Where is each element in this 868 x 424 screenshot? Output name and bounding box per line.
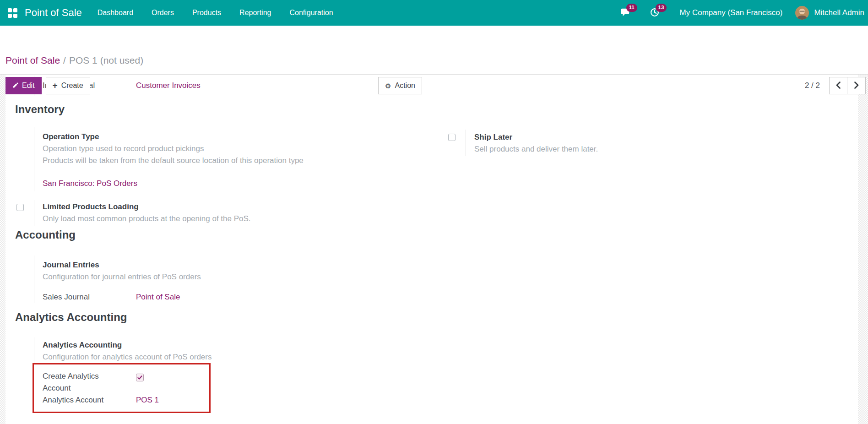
setting-title: Ship Later: [474, 131, 598, 143]
messages-button[interactable]: 11: [620, 7, 631, 18]
checkbox-cell: [437, 130, 466, 156]
field-label: Sales Journal: [43, 291, 136, 303]
ship-later-checkbox[interactable]: [448, 134, 456, 141]
setting-title: Journal Entries: [43, 259, 858, 271]
field-sales-journal: Sales Journal Point of Sale: [43, 291, 858, 303]
create-analytics-account-checkbox[interactable]: [136, 374, 144, 381]
field-analytics-account: Analytics Account POS 1: [43, 394, 209, 406]
chat-bubble-icon: [620, 11, 630, 19]
messages-badge: 11: [626, 4, 637, 12]
setting-pane: Ship Later Sell products and deliver the…: [466, 130, 598, 156]
apps-menu-button[interactable]: [0, 0, 25, 26]
setting-box-limited-products: Limited Products Loading Only load most …: [5, 200, 858, 226]
field-create-analytics-account: Create Analytics Account: [43, 370, 209, 394]
content-area: Invoice Journal Customer Invoices Invent…: [0, 75, 868, 424]
sales-journal-link[interactable]: Point of Sale: [136, 293, 180, 301]
pager-next-button[interactable]: [847, 77, 865, 94]
create-button[interactable]: + Create: [46, 77, 90, 94]
systray: 11 13 My Company (San Francisco) Mitchel…: [620, 6, 864, 20]
setting-box-analytics: Analytics Accounting Configuration for a…: [34, 337, 858, 363]
setting-box-journal-entries: Journal Entries Configuration for journa…: [34, 255, 858, 303]
nav-item-configuration[interactable]: Configuration: [280, 0, 342, 26]
action-wrap: ⚙ Action: [378, 77, 422, 94]
edit-button[interactable]: Edit: [5, 77, 42, 94]
company-switcher[interactable]: My Company (San Francisco): [680, 8, 783, 17]
control-panel: Point of Sale/POS 1 (not used) Edit + Cr…: [0, 26, 868, 75]
form-sheet: Invoice Journal Customer Invoices Invent…: [5, 75, 858, 424]
pager-previous-button[interactable]: [830, 77, 847, 94]
inventory-columns: Operation Type Operation type used to re…: [5, 127, 858, 191]
main-menu: Dashboard Orders Products Reporting Conf…: [88, 0, 342, 26]
clock-icon: [650, 11, 660, 19]
nav-item-reporting[interactable]: Reporting: [230, 0, 280, 26]
setting-box-operation-type: Operation Type Operation type used to re…: [34, 127, 437, 191]
pager-count: 2 / 2: [805, 81, 820, 90]
breadcrumb-current: POS 1 (not used): [69, 55, 143, 65]
gear-icon: ⚙: [385, 82, 391, 89]
setting-box-invoice-journal: Invoice Journal Customer Invoices: [34, 76, 858, 96]
setting-title: Limited Products Loading: [43, 201, 251, 213]
setting-title: Analytics Accounting: [43, 339, 858, 351]
setting-description: Configuration for analytics account of P…: [43, 351, 858, 363]
field-invoice-journal: Invoice Journal Customer Invoices: [43, 80, 858, 92]
pencil-icon: [12, 82, 18, 89]
setting-pane: Limited Products Loading Only load most …: [34, 200, 251, 226]
user-avatar[interactable]: [795, 6, 809, 20]
nav-item-orders[interactable]: Orders: [142, 0, 183, 26]
breadcrumb-separator: /: [63, 55, 66, 65]
user-photo-icon: [795, 6, 809, 20]
limited-products-checkbox[interactable]: [16, 204, 24, 211]
top-navbar: Point of Sale Dashboard Orders Products …: [0, 0, 868, 26]
section-title-accounting: Accounting: [15, 228, 858, 241]
setting-title: Operation Type: [43, 131, 437, 143]
section-title-analytics: Analytics Accounting: [15, 310, 858, 324]
setting-description: Sell products and deliver them later.: [474, 143, 598, 155]
setting-box-ship-later: Ship Later Sell products and deliver the…: [437, 130, 858, 156]
checkbox-cell: [5, 200, 34, 226]
setting-description: Configuration for journal entries of PoS…: [43, 271, 858, 283]
edit-button-label: Edit: [22, 82, 35, 90]
invoice-journal-link[interactable]: Customer Invoices: [136, 81, 201, 90]
setting-description: Operation type used to record product pi…: [43, 143, 437, 155]
user-menu[interactable]: Mitchell Admin: [814, 8, 864, 17]
section-title-inventory: Inventory: [15, 103, 858, 116]
field-label: Analytics Account: [43, 394, 136, 406]
checkmark-icon: [137, 375, 142, 380]
chevron-left-icon: [836, 82, 841, 90]
setting-description: Only load most common products at the op…: [43, 213, 251, 225]
operation-type-link[interactable]: San Francisco: PoS Orders: [43, 179, 137, 188]
pager: 2 / 2: [805, 77, 866, 94]
field-label: Create Analytics Account: [43, 370, 136, 394]
setting-description: Products will be taken from the default …: [43, 155, 437, 167]
analytics-account-link[interactable]: POS 1: [136, 396, 159, 404]
chevron-right-icon: [854, 82, 859, 90]
activities-badge: 13: [656, 4, 667, 12]
pager-buttons: [829, 77, 866, 94]
apps-grid-icon: [8, 8, 17, 18]
nav-item-products[interactable]: Products: [183, 0, 230, 26]
app-name[interactable]: Point of Sale: [25, 7, 82, 19]
form-buttons: Edit + Create: [5, 77, 90, 94]
create-button-label: Create: [61, 82, 83, 90]
plus-icon: +: [53, 81, 58, 90]
nav-item-dashboard[interactable]: Dashboard: [88, 0, 142, 26]
action-button-label: Action: [395, 82, 415, 90]
activities-button[interactable]: 13: [650, 7, 661, 18]
annotation-highlight-box: Create Analytics Account Analytics Accou…: [33, 363, 211, 413]
breadcrumb: Point of Sale/POS 1 (not used): [0, 54, 143, 71]
action-button[interactable]: ⚙ Action: [378, 77, 422, 94]
breadcrumb-parent[interactable]: Point of Sale: [5, 55, 60, 65]
